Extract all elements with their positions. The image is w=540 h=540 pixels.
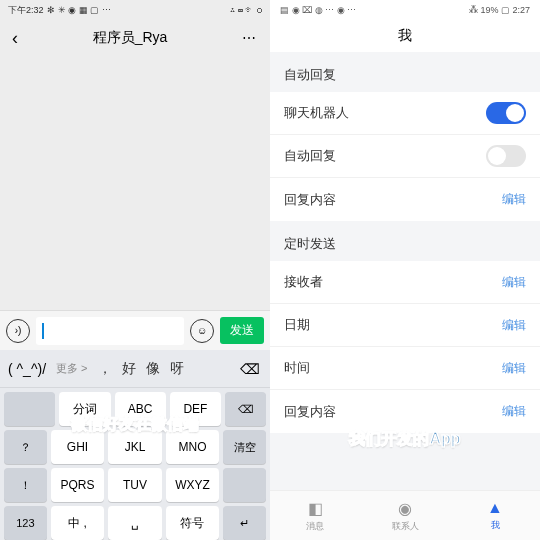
chat-title: 程序员_Rya (93, 29, 168, 47)
auto-reply-card: 聊天机器人 自动回复 回复内容 编辑 (270, 92, 540, 221)
section-header: 自动回复 (270, 52, 540, 92)
row-label: 接收者 (284, 273, 323, 291)
sug-word[interactable]: 呀 (170, 360, 184, 378)
sug-word[interactable]: 好 (122, 360, 136, 378)
key-mno[interactable]: MNO (166, 430, 219, 464)
status-bar: 下午2:32✻✳ ◉ ▦ ▢ ⋯ ⁂ ⌧ ᯤ ▢ (0, 0, 270, 20)
status-left-icons: ▤ ◉ ⌧ ◍ ⋯ ◉ ⋯ (280, 5, 356, 15)
keyboard-suggestions: ( ^_^)/ 更多 > ， 好 像 呀 ⌫ (0, 350, 270, 388)
send-button[interactable]: 发送 (220, 317, 264, 344)
contacts-icon: ◉ (398, 499, 412, 518)
edit-link[interactable]: 编辑 (502, 360, 526, 377)
row-autoreply: 自动回复 (270, 135, 540, 178)
row-label: 时间 (284, 359, 310, 377)
key-exclaim[interactable]: ！ (4, 468, 47, 502)
tab-label: 联系人 (392, 520, 419, 533)
status-alarm-icon: ✻ (47, 5, 55, 15)
row-label: 回复内容 (284, 403, 336, 421)
status-right: ⁂ 19% ▢ 2:27 (469, 5, 530, 15)
row-reply-content: 回复内容 编辑 (270, 178, 540, 221)
status-right-icons: ⁂ ⌧ ᯤ ▢ (230, 5, 262, 15)
chat-messages-area[interactable] (0, 56, 270, 310)
row-label: 自动回复 (284, 147, 336, 165)
status-time: 下午2:32 (8, 4, 44, 17)
sug-word[interactable]: ， (98, 360, 112, 378)
tab-messages[interactable]: ◧ 消息 (270, 491, 360, 540)
key-ghi[interactable]: GHI (51, 430, 104, 464)
chat-topbar: ‹ 程序员_Rya ⋯ (0, 20, 270, 56)
tab-me[interactable]: ▲ 我 (450, 491, 540, 540)
left-phone-wechat: 下午2:32✻✳ ◉ ▦ ▢ ⋯ ⁂ ⌧ ᯤ ▢ ‹ 程序员_Rya ⋯ ›) … (0, 0, 270, 540)
row-time: 时间 编辑 (270, 347, 540, 390)
key-space[interactable]: ␣ (108, 506, 161, 540)
edit-link[interactable]: 编辑 (502, 317, 526, 334)
edit-link[interactable]: 编辑 (502, 191, 526, 208)
sug-word[interactable]: 像 (146, 360, 160, 378)
key-side[interactable]: ⌫ (225, 392, 266, 426)
row-label: 聊天机器人 (284, 104, 349, 122)
keyboard: 分词 ABC DEF ⌫ ？ GHI JKL MNO 清空 ！ PQRS TUV… (0, 388, 270, 540)
edit-link[interactable]: 编辑 (502, 403, 526, 420)
emoji-icon[interactable]: ☺ (190, 319, 214, 343)
key-symbol[interactable]: 符号 (166, 506, 219, 540)
row-chatbot: 聊天机器人 (270, 92, 540, 135)
chat-input-bar: ›) ☺ 发送 (0, 310, 270, 350)
sug-more[interactable]: 更多 > (56, 361, 87, 376)
row-label: 日期 (284, 316, 310, 334)
key-empty[interactable] (4, 392, 55, 426)
key-enter[interactable]: ↵ (223, 506, 266, 540)
more-button[interactable]: ⋯ (242, 30, 258, 46)
section-header: 定时发送 (270, 221, 540, 261)
row-label: 回复内容 (284, 191, 336, 209)
key-side[interactable] (223, 468, 266, 502)
caption-overlay: 我们开发的App (349, 429, 460, 450)
chatbot-toggle[interactable] (486, 102, 526, 124)
bottom-tab-bar: ◧ 消息 ◉ 联系人 ▲ 我 (270, 490, 540, 540)
key-pqrs[interactable]: PQRS (51, 468, 104, 502)
sug-face[interactable]: ( ^_^)/ (8, 361, 46, 377)
messages-icon: ◧ (308, 499, 323, 518)
message-input[interactable] (36, 317, 184, 345)
key-lang[interactable]: 中 , (51, 506, 104, 540)
back-button[interactable]: ‹ (12, 28, 18, 49)
key-clear[interactable]: 清空 (223, 430, 266, 464)
key-question[interactable]: ？ (4, 430, 47, 464)
row-date: 日期 编辑 (270, 304, 540, 347)
edit-link[interactable]: 编辑 (502, 274, 526, 291)
key-wxyz[interactable]: WXYZ (166, 468, 219, 502)
page-title: 我 (270, 20, 540, 52)
right-phone-app: ▤ ◉ ⌧ ◍ ⋯ ◉ ⋯ ⁂ 19% ▢ 2:27 我 自动回复 聊天机器人 … (270, 0, 540, 540)
tab-label: 我 (491, 519, 500, 532)
backspace-icon[interactable]: ⌫ (238, 360, 262, 378)
key-tuv[interactable]: TUV (108, 468, 161, 502)
me-icon: ▲ (487, 499, 503, 517)
tab-label: 消息 (306, 520, 324, 533)
key-jkl[interactable]: JKL (108, 430, 161, 464)
row-content: 回复内容 编辑 (270, 390, 540, 433)
status-app-icons: ✳ ◉ ▦ ▢ ⋯ (58, 5, 111, 15)
key-123[interactable]: 123 (4, 506, 47, 540)
caption-overlay: 微信好友在微信端 (71, 414, 199, 435)
scheduled-send-card: 接收者 编辑 日期 编辑 时间 编辑 回复内容 编辑 (270, 261, 540, 433)
voice-icon[interactable]: ›) (6, 319, 30, 343)
autoreply-toggle[interactable] (486, 145, 526, 167)
status-bar: ▤ ◉ ⌧ ◍ ⋯ ◉ ⋯ ⁂ 19% ▢ 2:27 (270, 0, 540, 20)
row-recipient: 接收者 编辑 (270, 261, 540, 304)
tab-contacts[interactable]: ◉ 联系人 (360, 491, 450, 540)
